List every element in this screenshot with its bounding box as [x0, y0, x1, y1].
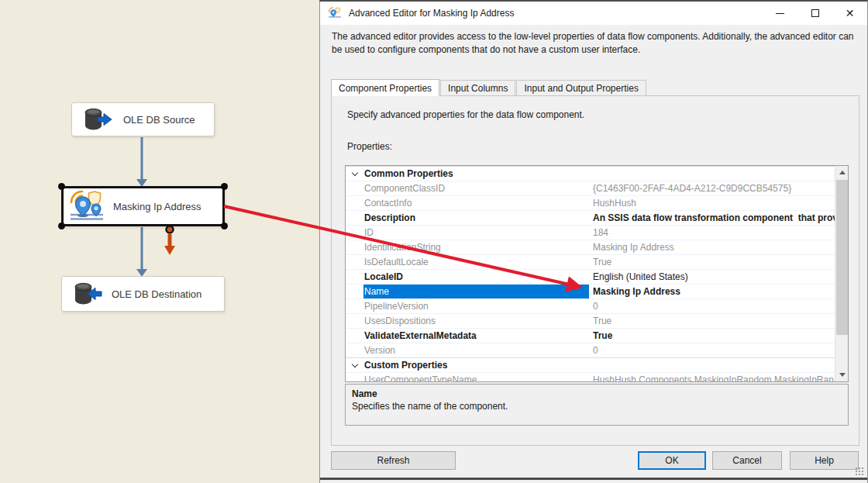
property-value[interactable]: HushHush.Components.MaskingIpRandom.Mask… [589, 373, 835, 382]
component-properties-tab-page: Specify advanced properties for the data… [331, 95, 859, 446]
row-gutter [346, 329, 363, 343]
scroll-down-icon [839, 373, 846, 377]
ok-button[interactable]: OK [638, 451, 706, 470]
tab-input-output-properties[interactable]: Input and Output Properties [516, 80, 646, 95]
maximize-button[interactable] [797, 2, 832, 25]
property-description-panel: Name Specifies the name of the component… [345, 384, 849, 426]
row-gutter [346, 211, 363, 225]
node-ole-db-source[interactable]: OLE DB Source [71, 102, 215, 136]
masking-ip-icon [68, 190, 105, 223]
property-label[interactable]: LocaleID [363, 270, 589, 284]
row-gutter [346, 358, 363, 372]
selection-handle[interactable] [58, 183, 65, 190]
property-row[interactable]: ID184 [346, 225, 835, 240]
window-bottom-edge [320, 478, 867, 480]
property-row[interactable]: ContactInfoHushHush [346, 195, 835, 210]
vertical-scrollbar[interactable] [835, 166, 848, 381]
property-value[interactable]: {C1463F00-2FAF-4AD4-A212-C9D9CCB54575} [589, 181, 835, 195]
tab-component-properties[interactable]: Component Properties [331, 79, 439, 96]
section-label: Custom Properties [363, 358, 447, 372]
title-bar[interactable]: Advanced Editor for Masking Ip Address ✕ [320, 2, 867, 25]
property-row[interactable]: UsesDispositionsTrue [346, 313, 835, 328]
property-value[interactable]: True [589, 314, 835, 328]
section-header-row[interactable]: Custom Properties [346, 357, 835, 372]
row-gutter [346, 285, 363, 298]
row-gutter [346, 181, 363, 195]
chevron-down-icon[interactable] [351, 361, 357, 367]
row-gutter [346, 240, 363, 254]
selection-handle[interactable] [221, 183, 228, 190]
properties-grid[interactable]: Common PropertiesComponentClassID{C1463F… [345, 165, 849, 382]
chevron-down-icon[interactable] [351, 169, 357, 175]
property-label[interactable]: PipelineVersion [363, 299, 589, 313]
close-icon: ✕ [846, 8, 855, 19]
tab-input-columns[interactable]: Input Columns [440, 80, 515, 95]
row-gutter [346, 196, 363, 210]
section-header-row[interactable]: Common Properties [346, 166, 835, 181]
property-description-title: Name [352, 388, 842, 399]
property-label[interactable]: ComponentClassID [363, 181, 589, 195]
resize-grip-icon[interactable] [856, 467, 864, 476]
minimize-button[interactable] [763, 2, 797, 25]
dataflow-canvas: OLE DB Source Masking Ip Address [0, 0, 319, 483]
node-label: OLE DB Destination [112, 288, 202, 300]
scrollbar-thumb[interactable] [836, 180, 848, 335]
property-row[interactable]: Version0 [346, 343, 835, 357]
property-value[interactable]: True [589, 255, 835, 269]
cancel-button[interactable]: Cancel [712, 451, 782, 470]
selection-handle[interactable] [221, 223, 228, 229]
property-label[interactable]: Name [363, 285, 589, 298]
minimize-icon [776, 13, 784, 14]
connector-lines [0, 0, 319, 483]
property-row[interactable]: DescriptionAn SSIS data flow transformat… [346, 210, 835, 225]
scroll-up-icon [839, 171, 846, 174]
property-label[interactable]: UsesDispositions [363, 314, 589, 328]
property-row[interactable]: NameMasking Ip Address [346, 284, 835, 298]
advanced-editor-dialog: Advanced Editor for Masking Ip Address ✕… [319, 0, 868, 483]
property-value[interactable]: 0 [589, 343, 835, 357]
property-row[interactable]: ComponentClassID{C1463F00-2FAF-4AD4-A212… [346, 181, 835, 195]
property-label[interactable]: ContactInfo [363, 196, 589, 210]
close-button[interactable]: ✕ [832, 2, 867, 25]
database-destination-icon [71, 281, 102, 306]
row-gutter [346, 226, 363, 240]
property-row[interactable]: IsDefaultLocaleTrue [346, 254, 835, 269]
property-label[interactable]: ValidateExternalMetadata [363, 329, 589, 343]
property-row[interactable]: LocaleIDEnglish (United States) [346, 269, 835, 284]
property-value[interactable]: HushHush [589, 196, 835, 210]
property-label[interactable]: IsDefaultLocale [363, 255, 589, 269]
node-label: Masking Ip Address [113, 201, 201, 212]
property-value[interactable]: An SSIS data flow transformation compone… [589, 211, 835, 225]
property-row[interactable]: ValidateExternalMetadataTrue [346, 328, 835, 343]
property-value[interactable]: Masking Ip Address [589, 240, 835, 254]
node-ole-db-destination[interactable]: OLE DB Destination [61, 276, 225, 312]
node-masking-ip-address[interactable]: Masking Ip Address [61, 186, 225, 226]
app-icon [328, 6, 342, 20]
row-gutter [346, 299, 363, 313]
property-value[interactable]: True [589, 329, 835, 343]
property-row[interactable]: PipelineVersion0 [346, 298, 835, 313]
property-row[interactable]: UserComponentTypeNameHushHush.Components… [346, 372, 835, 382]
property-value[interactable]: Masking Ip Address [589, 285, 835, 298]
property-label[interactable]: Version [363, 343, 589, 357]
window-title: Advanced Editor for Masking Ip Address [349, 8, 514, 19]
node-label: OLE DB Source [123, 114, 195, 126]
tab-instruction: Specify advanced properties for the data… [347, 109, 584, 120]
property-row[interactable]: IdentificationStringMasking Ip Address [346, 240, 835, 254]
property-value[interactable]: 184 [589, 226, 835, 240]
refresh-button[interactable]: Refresh [331, 451, 456, 470]
property-value[interactable]: 0 [589, 299, 835, 313]
scroll-down-button[interactable] [835, 368, 849, 381]
row-gutter [346, 314, 363, 328]
help-button[interactable]: Help [790, 451, 859, 470]
scroll-up-button[interactable] [835, 166, 849, 179]
property-label[interactable]: ID [363, 226, 589, 240]
property-value[interactable]: English (United States) [589, 270, 835, 284]
selection-handle[interactable] [58, 223, 65, 229]
row-gutter [346, 373, 363, 382]
property-label[interactable]: Description [363, 211, 589, 225]
property-label[interactable]: IdentificationString [363, 240, 589, 254]
tab-strip: Component PropertiesInput ColumnsInput a… [331, 78, 647, 95]
property-label[interactable]: UserComponentTypeName [363, 373, 589, 382]
row-gutter [346, 343, 363, 357]
